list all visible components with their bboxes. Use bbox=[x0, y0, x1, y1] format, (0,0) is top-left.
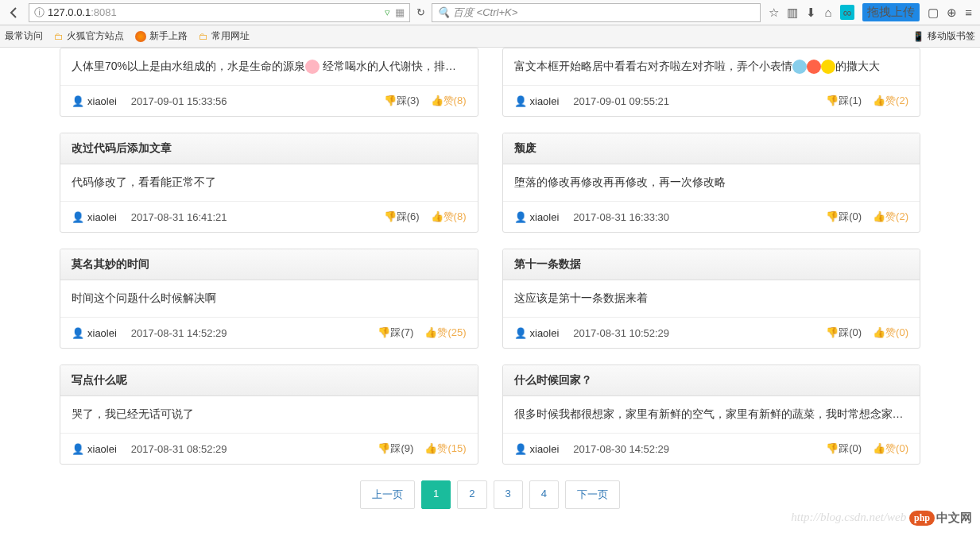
author[interactable]: xiaolei bbox=[87, 95, 117, 107]
back-button[interactable] bbox=[3, 2, 25, 23]
card-title[interactable]: 改过代码后添加文章 bbox=[60, 133, 478, 164]
extension-icon[interactable]: ∞ bbox=[840, 5, 855, 20]
author[interactable]: xiaolei bbox=[87, 443, 117, 455]
page-button-4[interactable]: 4 bbox=[529, 480, 559, 509]
upvote-button[interactable]: 👍赞(0) bbox=[873, 326, 908, 340]
card-title[interactable]: 写点什么呢 bbox=[60, 365, 478, 396]
user-icon: 👤 bbox=[514, 443, 527, 455]
downvote-button[interactable]: 👎踩(3) bbox=[384, 94, 420, 108]
downvote-button[interactable]: 👎踩(0) bbox=[826, 442, 862, 456]
emoji-icon bbox=[305, 60, 320, 74]
download-icon[interactable]: ⬇ bbox=[806, 6, 816, 20]
card-row: 改过代码后添加文章 代码修改了，看看能正常不了 👤 xiaolei 2017-0… bbox=[60, 133, 920, 233]
card-row: 莫名其妙的时间 时间这个问题什么时候解决啊 👤 xiaolei 2017-08-… bbox=[60, 249, 920, 349]
upvote-button[interactable]: 👍赞(25) bbox=[424, 326, 466, 340]
article-card: 人体里70%以上是由水组成的，水是生命的源泉 经常喝水的人代谢快，排毒 ... … bbox=[60, 48, 478, 117]
upvote-button[interactable]: 👍赞(8) bbox=[431, 94, 467, 108]
bookmark-firefox-official[interactable]: 🗀 火狐官方站点 bbox=[54, 29, 124, 43]
card-footer: 👤 xiaolei 2017-08-30 14:52:29 👎踩(0) 👍赞(0… bbox=[503, 433, 920, 464]
globe-icon[interactable]: ⊕ bbox=[947, 6, 957, 20]
browser-toolbar: ⓘ 127.0.0.1:8081 ▿ ▦ ↻ 🔍 百度 <Ctrl+K> ☆ ▥… bbox=[0, 0, 980, 25]
bookmark-getting-started[interactable]: 新手上路 bbox=[135, 29, 188, 43]
menu-icon[interactable]: ≡ bbox=[965, 6, 972, 19]
qr-icon[interactable]: ▦ bbox=[395, 6, 405, 18]
extension-label[interactable]: 拖拽上传 bbox=[862, 3, 920, 21]
firefox-icon bbox=[135, 31, 146, 42]
article-card: 第十一条数据 这应该是第十一条数据来着 👤 xiaolei 2017-08-31… bbox=[502, 249, 921, 349]
emoji-icon bbox=[821, 60, 835, 74]
timestamp: 2017-09-01 09:55:21 bbox=[573, 95, 669, 107]
downvote-button[interactable]: 👎踩(1) bbox=[826, 94, 862, 108]
url-port: :8081 bbox=[91, 6, 117, 18]
downvote-button[interactable]: 👎踩(0) bbox=[826, 210, 862, 224]
user-icon: 👤 bbox=[72, 443, 84, 455]
author[interactable]: xiaolei bbox=[87, 211, 117, 223]
downvote-button[interactable]: 👎踩(7) bbox=[378, 326, 413, 340]
url-host: 127.0.0.1 bbox=[48, 6, 91, 18]
pagination: 上一页 1 2 3 4 下一页 bbox=[60, 480, 920, 509]
card-body: 富文本框开始略居中看看右对齐啦左对齐啦，弄个小表情的撒大大 bbox=[503, 48, 920, 85]
downvote-button[interactable]: 👎踩(9) bbox=[378, 442, 413, 456]
card-footer: 👤 xiaolei 2017-08-31 14:52:29 👎踩(7) 👍赞(2… bbox=[60, 317, 478, 348]
upvote-button[interactable]: 👍赞(15) bbox=[424, 442, 466, 456]
library-icon[interactable]: ▥ bbox=[787, 6, 798, 20]
timestamp: 2017-08-30 14:52:29 bbox=[573, 443, 669, 455]
author[interactable]: xiaolei bbox=[530, 327, 560, 339]
article-card: 莫名其妙的时间 时间这个问题什么时候解决啊 👤 xiaolei 2017-08-… bbox=[60, 249, 478, 349]
timestamp: 2017-08-31 16:33:30 bbox=[573, 211, 669, 223]
card-body: 代码修改了，看看能正常不了 bbox=[60, 164, 478, 201]
card-body: 哭了，我已经无话可说了 bbox=[60, 396, 478, 433]
downvote-button[interactable]: 👎踩(6) bbox=[384, 210, 420, 224]
content-area: 人体里70%以上是由水组成的，水是生命的源泉 经常喝水的人代谢快，排毒 ... … bbox=[0, 48, 980, 525]
bookmark-common-sites[interactable]: 🗀 常用网址 bbox=[199, 29, 250, 43]
folder-icon: 🗀 bbox=[54, 31, 64, 42]
bookmark-star-icon[interactable]: ☆ bbox=[769, 6, 779, 20]
card-title[interactable]: 颓废 bbox=[503, 133, 920, 164]
card-footer: 👤 xiaolei 2017-08-31 16:41:21 👎踩(6) 👍赞(8… bbox=[60, 201, 478, 232]
page-button-2[interactable]: 2 bbox=[457, 480, 486, 509]
card-title[interactable]: 什么时候回家？ bbox=[503, 365, 920, 396]
bookmark-mobile[interactable]: 📱 移动版书签 bbox=[912, 29, 975, 43]
upvote-button[interactable]: 👍赞(2) bbox=[873, 94, 908, 108]
prev-page-button[interactable]: 上一页 bbox=[360, 480, 415, 509]
card-footer: 👤 xiaolei 2017-09-01 09:55:21 👎踩(1) 👍赞(2… bbox=[503, 85, 920, 116]
author[interactable]: xiaolei bbox=[530, 443, 560, 455]
user-icon: 👤 bbox=[514, 327, 527, 339]
next-page-button[interactable]: 下一页 bbox=[565, 480, 620, 509]
bookmark-bar: 最常访问 🗀 火狐官方站点 新手上路 🗀 常用网址 📱 移动版书签 bbox=[0, 25, 980, 48]
card-body: 人体里70%以上是由水组成的，水是生命的源泉 经常喝水的人代谢快，排毒 ... bbox=[60, 48, 478, 85]
timestamp: 2017-08-31 14:52:29 bbox=[131, 327, 227, 339]
card-title[interactable]: 莫名其妙的时间 bbox=[60, 249, 478, 280]
user-icon: 👤 bbox=[514, 95, 527, 107]
toolbar-icons: ☆ ▥ ⬇ ⌂ ∞ 拖拽上传 ▢ ⊕ ≡ bbox=[764, 3, 977, 21]
upvote-button[interactable]: 👍赞(8) bbox=[431, 210, 467, 224]
page-button-1[interactable]: 1 bbox=[421, 480, 451, 509]
author[interactable]: xiaolei bbox=[87, 327, 117, 339]
reload-button[interactable]: ↻ bbox=[413, 6, 428, 18]
mobile-icon: 📱 bbox=[912, 31, 924, 42]
bookmark-most-visited[interactable]: 最常访问 bbox=[5, 29, 43, 43]
user-icon: 👤 bbox=[72, 95, 84, 107]
user-icon: 👤 bbox=[72, 327, 84, 339]
info-icon[interactable]: ⓘ bbox=[34, 6, 45, 20]
card-row: 写点什么呢 哭了，我已经无话可说了 👤 xiaolei 2017-08-31 0… bbox=[60, 364, 920, 465]
reader-icon[interactable]: ▢ bbox=[928, 6, 939, 20]
user-icon: 👤 bbox=[514, 211, 527, 223]
page-button-3[interactable]: 3 bbox=[494, 480, 523, 509]
timestamp: 2017-08-31 10:52:29 bbox=[573, 327, 669, 339]
author[interactable]: xiaolei bbox=[530, 95, 560, 107]
article-card: 写点什么呢 哭了，我已经无话可说了 👤 xiaolei 2017-08-31 0… bbox=[60, 364, 478, 465]
timestamp: 2017-08-31 16:41:21 bbox=[131, 211, 227, 223]
home-icon[interactable]: ⌂ bbox=[824, 6, 831, 19]
downvote-button[interactable]: 👎踩(0) bbox=[826, 326, 862, 340]
search-bar[interactable]: 🔍 百度 <Ctrl+K> bbox=[432, 3, 761, 22]
card-body: 这应该是第十一条数据来着 bbox=[503, 280, 920, 317]
search-icon: 🔍 bbox=[437, 6, 450, 18]
card-title[interactable]: 第十一条数据 bbox=[503, 249, 920, 280]
upvote-button[interactable]: 👍赞(2) bbox=[873, 210, 908, 224]
card-footer: 👤 xiaolei 2017-08-31 08:52:29 👎踩(9) 👍赞(1… bbox=[60, 433, 478, 464]
author[interactable]: xiaolei bbox=[530, 211, 560, 223]
upvote-button[interactable]: 👍赞(0) bbox=[873, 442, 908, 456]
url-bar[interactable]: ⓘ 127.0.0.1:8081 ▿ ▦ bbox=[29, 3, 410, 22]
shield-icon[interactable]: ▿ bbox=[385, 6, 390, 18]
